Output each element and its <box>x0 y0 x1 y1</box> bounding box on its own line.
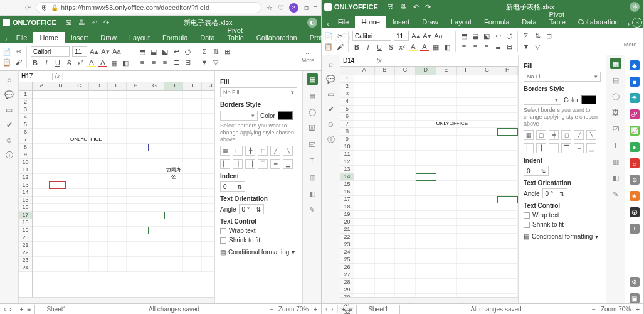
cell[interactable] <box>395 249 416 256</box>
align-bot-icon[interactable]: ⬕ <box>161 47 169 56</box>
sum-icon[interactable]: Σ <box>200 47 209 56</box>
shape-settings-icon[interactable]: ◯ <box>610 90 621 102</box>
pivot-settings-icon[interactable]: ▥ <box>610 156 621 167</box>
cell[interactable] <box>395 234 416 241</box>
cell[interactable] <box>108 181 127 188</box>
align-center-icon[interactable]: ≡ <box>149 58 158 67</box>
row-header[interactable]: 8 <box>19 144 32 151</box>
paste-icon[interactable]: 📋 <box>3 58 11 67</box>
cell[interactable] <box>395 136 416 143</box>
sheet-list-icon[interactable]: ≡ <box>349 306 353 313</box>
cell[interactable] <box>127 114 145 121</box>
borders-icon[interactable]: ▦ <box>110 58 119 67</box>
cell[interactable] <box>33 106 51 113</box>
cell[interactable] <box>145 121 164 128</box>
border-diag1-icon[interactable]: ╱ <box>270 146 280 156</box>
cell[interactable] <box>477 219 498 225</box>
cell[interactable] <box>202 264 214 271</box>
chat-icon[interactable]: ▭ <box>326 89 336 99</box>
cell[interactable] <box>436 90 457 97</box>
cell[interactable] <box>51 181 70 188</box>
cell[interactable] <box>457 83 477 90</box>
cell[interactable] <box>395 98 416 105</box>
cell[interactable] <box>477 128 498 135</box>
sheet-add-icon[interactable]: + <box>342 306 346 313</box>
col-header[interactable]: F <box>127 82 145 90</box>
cell[interactable] <box>395 219 416 225</box>
merge-icon[interactable]: ⊟ <box>505 42 514 51</box>
row-header[interactable]: 14 <box>340 173 354 181</box>
filter-icon[interactable]: ▼ <box>200 58 209 67</box>
cell[interactable] <box>477 196 498 203</box>
border-color-swatch[interactable] <box>581 95 596 104</box>
cell[interactable] <box>375 286 396 293</box>
align-bot-icon[interactable]: ⬕ <box>482 31 491 40</box>
save-icon[interactable]: 🖫 <box>65 19 72 27</box>
cell[interactable] <box>436 158 457 165</box>
tab-insert[interactable]: Insert <box>65 32 95 43</box>
zoom-label[interactable]: Zoom 70% <box>278 306 309 313</box>
cell[interactable] <box>164 204 183 211</box>
border-vmid-icon[interactable]: ┃ <box>536 143 546 153</box>
cell[interactable] <box>375 211 396 218</box>
cell[interactable] <box>436 83 457 90</box>
cell[interactable] <box>33 136 51 143</box>
cell[interactable] <box>202 234 214 241</box>
chevron-down-icon[interactable]: ▾ <box>292 249 295 256</box>
border-all-icon[interactable]: ▦ <box>524 130 534 140</box>
cell[interactable] <box>183 106 202 113</box>
cell[interactable] <box>127 181 145 188</box>
cell[interactable]: ONLYOFFICE <box>70 136 89 143</box>
cell[interactable] <box>164 189 183 196</box>
cell[interactable] <box>33 99 51 106</box>
sort-icon[interactable]: ⇅ <box>211 47 220 56</box>
cell[interactable] <box>416 211 436 218</box>
cell[interactable] <box>51 159 70 166</box>
app-icon-7[interactable]: ⌕ <box>630 158 640 168</box>
cell[interactable] <box>497 203 518 210</box>
cell[interactable] <box>183 121 202 128</box>
cell[interactable] <box>183 204 202 211</box>
cell[interactable] <box>183 129 202 136</box>
cell[interactable] <box>375 136 396 143</box>
align-center-icon[interactable]: ≡ <box>471 42 480 51</box>
border-diag2-icon[interactable]: ╲ <box>283 146 293 156</box>
row-header[interactable]: 22 <box>19 249 32 257</box>
border-out-icon[interactable]: ▢ <box>233 146 243 156</box>
row-header[interactable]: 7 <box>340 121 354 128</box>
cell[interactable] <box>108 166 127 173</box>
align-just-icon[interactable]: ≣ <box>172 58 181 67</box>
cell[interactable] <box>477 83 498 90</box>
cell[interactable] <box>497 90 518 97</box>
cell[interactable] <box>89 264 108 271</box>
tab-formula[interactable]: Formula <box>478 16 515 28</box>
border-diag1-icon[interactable]: ╱ <box>574 130 584 140</box>
cell[interactable] <box>375 219 396 225</box>
cell[interactable] <box>457 264 477 271</box>
cell[interactable] <box>127 91 145 98</box>
menu-icon[interactable]: ≡ <box>314 4 317 11</box>
cell[interactable] <box>33 257 51 264</box>
redo-icon[interactable]: ↷ <box>103 19 109 27</box>
cell[interactable] <box>395 113 416 120</box>
cell[interactable] <box>354 128 375 135</box>
cell[interactable] <box>108 114 127 121</box>
cell[interactable] <box>477 271 498 278</box>
angle-value[interactable]: 0 °⇅ <box>239 204 264 214</box>
border-all-icon[interactable]: ▦ <box>220 146 230 156</box>
cell[interactable] <box>436 98 457 105</box>
cell[interactable] <box>354 173 375 180</box>
cell[interactable] <box>33 264 51 271</box>
cell[interactable] <box>375 196 396 203</box>
align-just-icon[interactable]: ≣ <box>494 42 502 51</box>
cell[interactable] <box>127 212 145 219</box>
cell[interactable] <box>375 106 396 112</box>
cell[interactable] <box>457 173 477 180</box>
row-header[interactable]: 1 <box>19 91 32 99</box>
users-badge[interactable]: 3 <box>632 18 642 28</box>
cell[interactable] <box>457 143 477 150</box>
cell[interactable] <box>457 196 477 203</box>
cell[interactable] <box>416 249 436 256</box>
sum-icon[interactable]: Σ <box>522 31 531 40</box>
sheet-tab[interactable]: Sheet1 <box>34 305 78 314</box>
